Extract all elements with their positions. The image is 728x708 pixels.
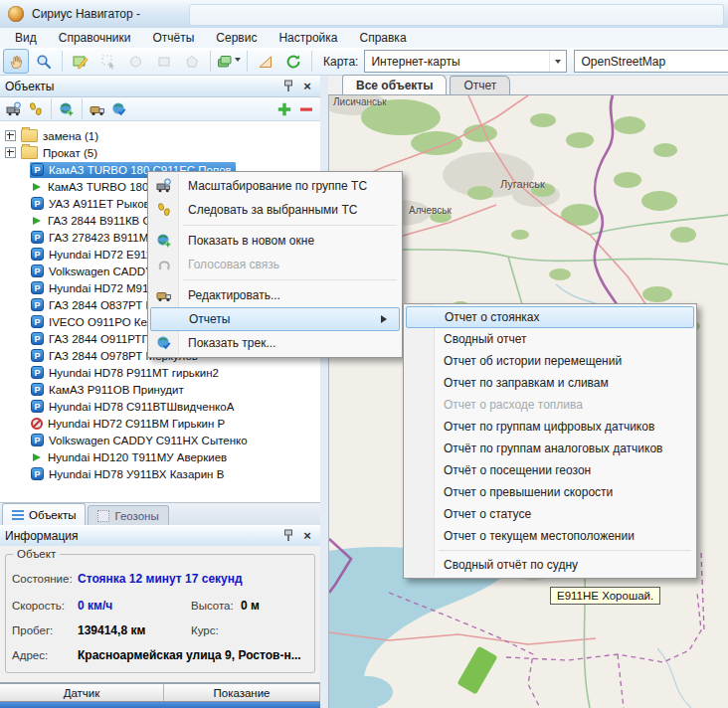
tab-Объекты[interactable]: Объекты — [2, 503, 86, 525]
pin-icon[interactable] — [280, 79, 296, 93]
expand-icon[interactable] — [5, 130, 16, 141]
tree-item[interactable]: PVolkswagen CADDY С911НХ Сытенко — [0, 432, 320, 448]
close-icon[interactable]: × — [299, 79, 315, 93]
submenu-item-Отчет-о-превышении-скорости[interactable]: Отчет о превышении скорости — [406, 481, 694, 503]
select-rect-button — [151, 49, 177, 74]
tree-item[interactable]: Hyundai HD120 Т911МУ Аверкиев — [0, 448, 320, 465]
map-edit-icon — [73, 54, 89, 70]
map-tab-Все объекты[interactable]: Все объекты — [342, 75, 447, 94]
edit-vehicle-button[interactable] — [87, 98, 108, 119]
parking-status-icon: P — [31, 383, 44, 396]
parking-status-icon: P — [31, 467, 44, 480]
tree-item[interactable]: Hyundai HD72 С911ВМ Гирькин Р — [0, 415, 320, 432]
tab-Геозоны[interactable]: Геозоны — [88, 505, 168, 525]
map-provider-value: OpenStreetMap — [581, 55, 728, 69]
menu-item-Показать-в-новом-окне[interactable]: Показать в новом окне — [150, 229, 400, 253]
main-toolbar: Карта: Интернет-карты OpenStreetMap — [0, 48, 728, 76]
submenu-item-label: Отчет о расходе топлива — [444, 398, 583, 412]
tree-item[interactable]: PHyundai HD78 Р911МТ гирькин2 — [0, 364, 320, 381]
submenu-item-Отчет-об-истории-перемещений[interactable]: Отчет об истории перемещений — [406, 350, 694, 372]
sensor-selected-row[interactable] — [0, 702, 320, 708]
menu-Вид[interactable]: Вид — [4, 29, 48, 47]
ruler-button[interactable] — [253, 49, 278, 74]
objects-list-icon — [12, 510, 24, 520]
reading-col-header[interactable]: Показание — [164, 684, 320, 701]
info-close-icon[interactable]: × — [299, 528, 315, 543]
menu-Справочники[interactable]: Справочники — [48, 29, 142, 47]
tree-item-core: Hyundai HD72 С911ВМ Гирькин Р — [30, 416, 229, 432]
menu-bar: ВидСправочникиОтчётыСервисНастройкаСправ… — [0, 28, 728, 49]
tab-label: Объекты — [29, 509, 76, 521]
pan-hand-button[interactable] — [3, 49, 29, 74]
toolbar-separator — [51, 98, 52, 119]
submenu-item-Сводный-отчет[interactable]: Сводный отчет — [406, 328, 694, 350]
menu-Отчёты[interactable]: Отчёты — [141, 29, 205, 47]
ruler-icon — [258, 54, 273, 70]
map-label-Алчевськ: Алчевськ — [409, 205, 452, 216]
folder-icon — [21, 146, 38, 159]
tree-item-core: PГАЗ 2844 О911РТГра — [30, 331, 164, 347]
tree-item-label: ГАЗ 2844 В911КВ Ос — [48, 215, 157, 227]
zoom-magnifier-button[interactable] — [31, 49, 57, 74]
map-edit-button[interactable] — [68, 49, 93, 74]
tree-item[interactable]: PHyundai HD78 С911ВТШвидченкоА — [0, 398, 320, 415]
tree-item-core: PVolkswagen CADDY С911НХ Сытенко — [30, 433, 252, 448]
tree-item-core: PHyundai HD78 С911ВТШвидченкоА — [30, 399, 238, 415]
address-value: Красноармейская улица 9, Ростов-н... — [78, 648, 301, 662]
select-circle-icon — [128, 54, 144, 70]
tree-item-core: PHyundai HD78 У911ВХ Казарин В — [30, 466, 228, 482]
menu-item-Показать-трек-[interactable]: Показать трек... — [150, 331, 400, 355]
follow-selected-button[interactable] — [25, 98, 47, 119]
submenu-item-Отчет-по-группам-цифровых-датчиков[interactable]: Отчет по группам цифровых датчиков — [406, 416, 694, 438]
tree-folder[interactable]: Прокат (5) — [0, 144, 320, 161]
submenu-item-Отчет-о-текущем-местоположении[interactable]: Отчет о текущем местоположении — [406, 525, 694, 547]
altitude-label: Высота: — [191, 600, 234, 612]
submenu-item-Отчет-по-заправкам-и-сливам[interactable]: Отчет по заправкам и сливам — [406, 372, 694, 394]
info-pin-icon[interactable] — [280, 528, 296, 543]
tree-item[interactable]: PКамАЗ Р911ОВ Принудит — [0, 381, 320, 398]
parking-status-icon: P — [31, 332, 44, 345]
tree-folder[interactable]: замена (1) — [0, 127, 320, 144]
submenu-item-label: Отчет о статусе — [444, 507, 531, 521]
tab-label: Геозоны — [114, 510, 158, 522]
zoom-to-group-button[interactable] — [3, 98, 25, 119]
submenu-item-Сводный-отчёт-по-судну[interactable]: Сводный отчёт по судну — [406, 554, 694, 576]
map-type-combo[interactable]: Интернет-карты — [364, 50, 567, 73]
submenu-item-Отчёт-о-посещении-геозон[interactable]: Отчёт о посещении геозон — [406, 459, 694, 481]
info-panel: Информация × Объект Состояние: Стоянка 1… — [0, 525, 320, 708]
map-tab-Отчет[interactable]: Отчет — [450, 76, 510, 94]
tree-item-label: ГАЗ 2844 О911РТГра — [49, 333, 160, 345]
show-new-window-button[interactable] — [56, 98, 78, 119]
toolbar-separator — [210, 51, 211, 72]
menu-item-Следовать-за-выбранными-ТС[interactable]: Следовать за выбранными ТС — [150, 198, 400, 222]
menu-item-Масштабирование-по-группе-ТС[interactable]: Масштабирование по группе ТС — [150, 174, 400, 198]
submenu-item-Отчет-о-статусе[interactable]: Отчет о статусе — [406, 503, 694, 525]
layers-button[interactable] — [216, 49, 242, 74]
parking-status-icon: P — [31, 281, 44, 294]
show-track-button[interactable] — [108, 98, 130, 119]
tree-item[interactable]: PHyundai HD78 У911ВХ Казарин В — [0, 465, 320, 482]
submenu-item-Отчёт-по-группам-аналоговых-датчиков[interactable]: Отчёт по группам аналоговых датчиков — [406, 438, 694, 459]
map-provider-combo[interactable]: OpenStreetMap — [574, 50, 728, 73]
submenu-item-Отчет-о-стоянках[interactable]: Отчет о стоянках — [406, 306, 694, 328]
map-type-dropdown-icon[interactable] — [549, 51, 566, 72]
refresh-button[interactable] — [280, 49, 306, 74]
menu-Справка[interactable]: Справка — [348, 29, 417, 47]
add-object-button[interactable] — [273, 98, 295, 119]
menu-separator — [183, 279, 397, 280]
expand-icon[interactable] — [5, 147, 16, 158]
menu-item-Отчеты[interactable]: Отчеты — [150, 307, 400, 331]
moving-status-icon — [33, 217, 45, 225]
course-label: Курс: — [191, 624, 219, 636]
sensor-col-header[interactable]: Датчик — [0, 684, 164, 701]
remove-object-button[interactable] — [295, 98, 317, 119]
menu-Настройка[interactable]: Настройка — [268, 29, 348, 47]
title-bar[interactable]: Сириус Навигатор - — [0, 0, 728, 29]
menu-Сервис[interactable]: Сервис — [205, 29, 268, 47]
menu-item-Редактировать-[interactable]: Редактировать... — [150, 283, 400, 307]
select-circle-button — [123, 49, 149, 74]
show-new-window-icon — [156, 233, 172, 249]
zoom-to-group-icon — [156, 178, 172, 194]
select-area-icon — [100, 54, 116, 70]
object-group-label: Объект — [13, 548, 60, 560]
